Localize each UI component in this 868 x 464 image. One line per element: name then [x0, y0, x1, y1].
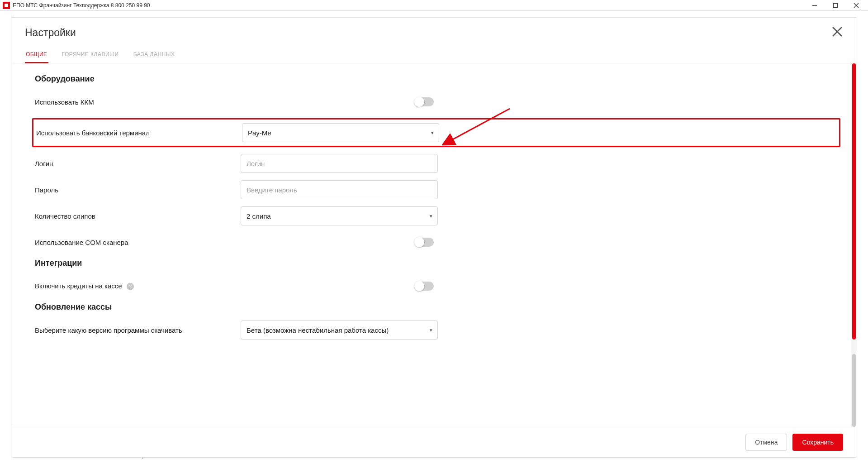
- version-select[interactable]: Бета (возможна нестабильная работа кассы…: [241, 320, 438, 340]
- scrollbar-thumb-inactive: [852, 354, 856, 427]
- slips-count-label: Количество слипов: [35, 212, 241, 220]
- scrollbar-thumb[interactable]: [852, 63, 856, 340]
- bank-terminal-row-highlight: Использовать банковский терминал Pay-Me: [32, 118, 840, 147]
- scrollbar-track[interactable]: [851, 63, 856, 427]
- save-button[interactable]: Сохранить: [792, 434, 843, 451]
- cancel-button[interactable]: Отмена: [745, 434, 787, 451]
- password-input[interactable]: [241, 180, 438, 199]
- tab-database[interactable]: БАЗА ДАННЫХ: [133, 47, 176, 63]
- app-logo-icon: [3, 2, 10, 9]
- dialog-title: Настройки: [25, 27, 76, 39]
- version-label: Выберите какую версию программы скачиват…: [35, 326, 241, 334]
- login-label: Логин: [35, 160, 241, 167]
- help-icon[interactable]: ?: [127, 283, 134, 290]
- com-scanner-toggle[interactable]: [415, 238, 434, 247]
- bank-terminal-label: Использовать банковский терминал: [36, 129, 242, 137]
- svg-rect-1: [834, 3, 838, 7]
- dialog-tabs: ОБЩИЕ ГОРЯЧИЕ КЛАВИШИ БАЗА ДАННЫХ: [12, 47, 856, 63]
- slips-count-select[interactable]: 2 слипа: [241, 206, 438, 225]
- tab-general[interactable]: ОБЩИЕ: [25, 47, 48, 63]
- window-close-button[interactable]: [852, 1, 861, 10]
- com-scanner-label: Использование COM сканера: [35, 239, 241, 246]
- section-integrations-title: Интеграции: [35, 258, 838, 268]
- login-input[interactable]: [241, 154, 438, 173]
- tab-hotkeys[interactable]: ГОРЯЧИЕ КЛАВИШИ: [61, 47, 120, 63]
- settings-dialog: Настройки ОБЩИЕ ГОРЯЧИЕ КЛАВИШИ БАЗА ДАН…: [12, 17, 856, 458]
- window-minimize-button[interactable]: [810, 1, 819, 10]
- credits-label: Включить кредиты на кассе ?: [35, 282, 241, 290]
- bank-terminal-select[interactable]: Pay-Me: [242, 123, 439, 142]
- window-titlebar: ЕПО МТС Франчайзинг Техподдержка 8 800 2…: [0, 0, 868, 11]
- window-maximize-button[interactable]: [831, 1, 840, 10]
- use-kkm-label: Использовать ККМ: [35, 98, 241, 106]
- password-label: Пароль: [35, 186, 241, 194]
- dialog-close-button[interactable]: [831, 26, 843, 39]
- section-equipment-title: Оборудование: [35, 74, 838, 84]
- credits-toggle[interactable]: [415, 282, 434, 291]
- use-kkm-toggle[interactable]: [415, 97, 434, 106]
- window-title: ЕПО МТС Франчайзинг Техподдержка 8 800 2…: [13, 2, 150, 9]
- section-update-title: Обновление кассы: [35, 302, 838, 312]
